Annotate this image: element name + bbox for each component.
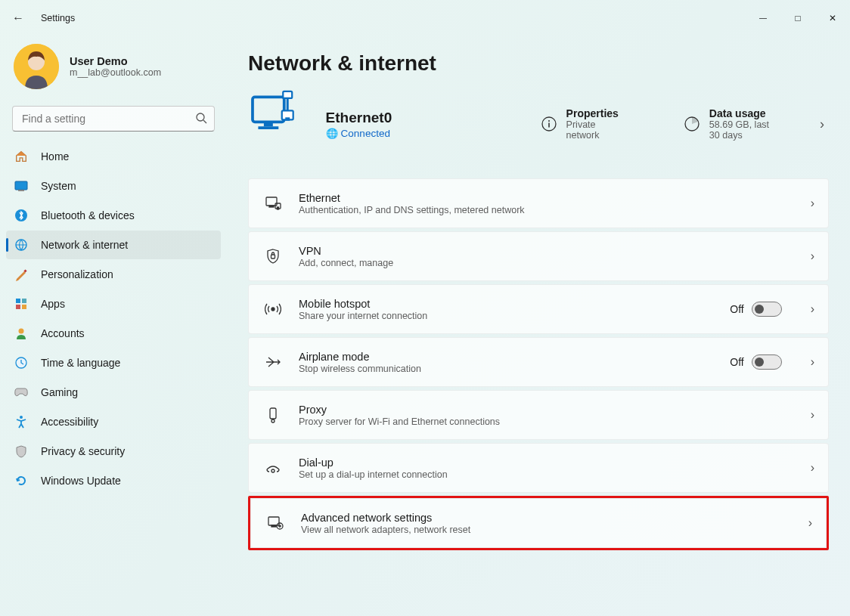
card-proxy[interactable]: Proxy Proxy server for Wi-Fi and Etherne… [248, 390, 829, 440]
properties-desc: Private network [566, 119, 619, 141]
profile-block[interactable]: User Demo m__lab@outlook.com [0, 41, 227, 100]
sidebar: User Demo m__lab@outlook.com Home System… [0, 36, 227, 616]
nav-label: System [41, 180, 76, 192]
vpn-icon [262, 248, 284, 265]
content-area: Network & internet Ethernet0 🌐Connected [227, 36, 850, 616]
card-title: Advanced network settings [301, 512, 793, 524]
toggle-label: Off [730, 303, 743, 315]
card-desc: Add, connect, manage [299, 258, 796, 268]
hotspot-icon [262, 302, 284, 317]
nav-label: Apps [41, 298, 65, 310]
nav-label: Accessibility [41, 416, 98, 428]
minimize-button[interactable]: — [746, 0, 780, 36]
nav-item-accounts[interactable]: Accounts [6, 319, 221, 348]
search-icon [195, 112, 207, 126]
properties-title: Properties [566, 107, 619, 119]
chevron-right-icon: › [811, 461, 814, 475]
nav-label: Windows Update [41, 475, 121, 487]
svg-rect-24 [548, 123, 550, 128]
data-usage-icon [684, 116, 700, 132]
system-icon [14, 178, 29, 193]
nav-item-update[interactable]: Windows Update [6, 466, 221, 495]
connection-name: Ethernet0 [326, 110, 492, 126]
nav-label: Bluetooth & devices [41, 209, 135, 221]
nav-label: Time & language [41, 357, 120, 369]
airplane-icon [262, 354, 284, 370]
chevron-right-icon: › [811, 408, 814, 422]
card-airplane[interactable]: Airplane mode Stop wireless communicatio… [248, 337, 829, 387]
apps-icon [14, 296, 29, 311]
data-usage-desc: 58.69 GB, last 30 days [709, 119, 782, 141]
close-button[interactable]: ✕ [815, 0, 850, 36]
svg-rect-27 [269, 206, 274, 207]
card-mobile-hotspot[interactable]: Mobile hotspot Share your internet conne… [248, 284, 829, 334]
nav-item-privacy[interactable]: Privacy & security [6, 437, 221, 466]
ethernet-icon [262, 196, 284, 211]
update-icon [14, 473, 29, 488]
connection-status: 🌐Connected [326, 128, 492, 139]
nav-label: Network & internet [41, 239, 128, 251]
window-title: Settings [41, 13, 75, 23]
privacy-icon [14, 444, 29, 459]
accessibility-icon [14, 414, 29, 429]
svg-rect-32 [270, 408, 276, 419]
card-desc: Share your internet connection [299, 311, 715, 321]
card-vpn[interactable]: VPN Add, connect, manage › [248, 231, 829, 281]
search-box [12, 106, 215, 132]
gaming-icon [14, 385, 29, 400]
svg-rect-29 [278, 207, 279, 209]
advanced-network-icon [265, 515, 286, 531]
nav-item-apps[interactable]: Apps [6, 289, 221, 318]
search-input[interactable] [12, 106, 215, 132]
maximize-button[interactable]: □ [780, 0, 815, 36]
home-icon [14, 149, 29, 164]
nav-item-gaming[interactable]: Gaming [6, 378, 221, 407]
nav-item-accessibility[interactable]: Accessibility [6, 407, 221, 436]
svg-point-23 [548, 120, 550, 122]
nav-item-personalization[interactable]: Personalization [6, 260, 221, 289]
chevron-right-icon[interactable]: › [809, 116, 829, 132]
card-desc: Authentication, IP and DNS settings, met… [299, 205, 796, 215]
card-desc: Proxy server for Wi-Fi and Ethernet conn… [299, 416, 796, 427]
info-icon [541, 116, 557, 132]
nav-label: Home [41, 150, 69, 163]
svg-point-31 [271, 308, 275, 311]
svg-point-35 [271, 469, 275, 472]
card-ethernet[interactable]: Ethernet Authentication, IP and DNS sett… [248, 178, 829, 228]
nav-item-network[interactable]: Network & internet [6, 231, 221, 259]
nav-label: Gaming [41, 386, 78, 398]
svg-rect-12 [22, 305, 26, 309]
svg-rect-16 [253, 97, 284, 122]
svg-rect-17 [264, 122, 273, 126]
network-icon [14, 237, 29, 252]
nav-item-system[interactable]: System [6, 172, 221, 200]
hotspot-toggle[interactable] [752, 302, 782, 317]
bluetooth-icon [14, 208, 29, 223]
svg-rect-9 [16, 299, 20, 303]
back-button[interactable]: ← [12, 11, 33, 25]
nav-item-bluetooth[interactable]: Bluetooth & devices [6, 201, 221, 230]
nav-item-time[interactable]: Time & language [6, 348, 221, 377]
airplane-toggle[interactable] [752, 354, 782, 370]
svg-point-33 [271, 419, 275, 423]
card-title: Dial-up [299, 457, 796, 469]
svg-rect-37 [271, 525, 276, 527]
highlight-annotation: Advanced network settings View all netwo… [248, 496, 829, 550]
card-title: Airplane mode [299, 351, 715, 363]
toggle-label: Off [730, 356, 743, 368]
card-dialup[interactable]: Dial-up Set up a dial-up internet connec… [248, 443, 829, 493]
proxy-icon [262, 407, 284, 423]
svg-point-13 [19, 329, 24, 334]
nav-item-home[interactable]: Home [6, 142, 221, 171]
card-advanced-network[interactable]: Advanced network settings View all netwo… [250, 498, 827, 548]
page-title: Network & internet [248, 51, 829, 76]
accounts-icon [14, 326, 29, 341]
chevron-right-icon: › [808, 516, 812, 530]
nav-label: Accounts [41, 327, 85, 339]
data-usage-card[interactable]: Data usage 58.69 GB, last 30 days [678, 107, 788, 141]
properties-card[interactable]: Properties Private network [535, 107, 625, 141]
chevron-right-icon: › [811, 302, 814, 316]
svg-rect-11 [16, 305, 20, 309]
nav-label: Privacy & security [41, 445, 125, 457]
time-icon [14, 355, 29, 370]
